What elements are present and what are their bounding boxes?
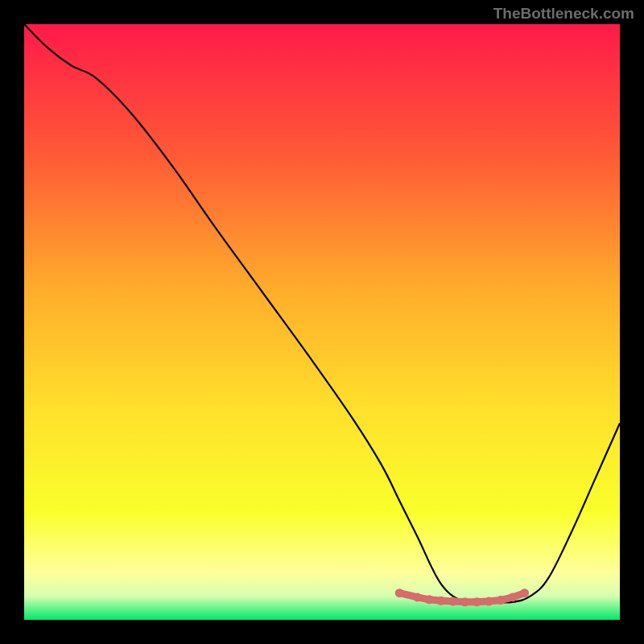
marker-dot [473,597,481,606]
chart-plot-area [24,24,620,620]
marker-dot [520,588,529,597]
gradient-background [24,24,620,620]
marker-dot [413,592,422,601]
marker-dot [508,592,517,601]
marker-dot [460,597,469,606]
marker-dot [485,597,493,606]
marker-dot [448,597,457,606]
chart-svg [24,24,620,620]
marker-dot [437,597,446,605]
watermark-text: TheBottleneck.com [493,5,634,23]
marker-dot [497,596,506,605]
marker-dot [425,595,434,604]
marker-dot [395,588,404,597]
